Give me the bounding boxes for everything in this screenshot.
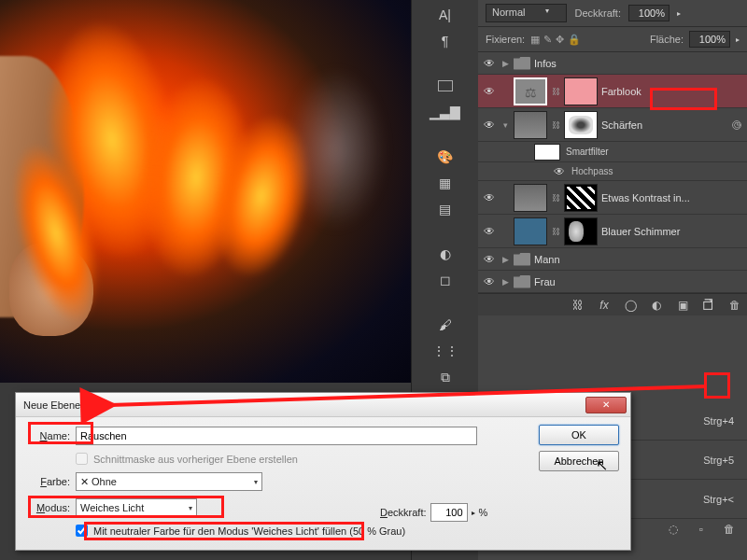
shortcut-label: Strg+4 (703, 415, 734, 427)
histogram-panel-icon[interactable]: ▁▃▇ (434, 102, 457, 122)
name-input[interactable] (76, 427, 477, 445)
hochpass-label: Hochpass (571, 166, 613, 176)
folder-icon (514, 57, 530, 70)
shortcut-label: Strg+< (703, 494, 734, 505)
shortcut-label: Strg+5 (703, 455, 734, 466)
lock-label: Fixieren: (486, 34, 525, 45)
masks-panel-icon[interactable]: ◻ (434, 270, 457, 290)
layer-label: Schärfen (601, 119, 743, 131)
neutral-fill-checkbox[interactable] (76, 525, 88, 537)
opacity-label: Deckkraft: (380, 507, 427, 518)
adjustment-layer-icon[interactable]: ◐ (648, 297, 665, 314)
opacity-input[interactable] (430, 503, 468, 522)
layers-panel: Normal ▾ Deckkraft: 100% ▸ Fixieren: ▦✎✥… (478, 0, 747, 401)
layer-kontrast[interactable]: 👁 ⛓ Etwas Kontrast in... (478, 181, 747, 215)
layer-farblook[interactable]: 👁 ⛓ Farblook (478, 75, 747, 108)
mask-icon[interactable]: ◯ (622, 297, 639, 314)
close-icon[interactable]: ✕ (585, 397, 627, 413)
dialog-titlebar[interactable]: Neue Ebene ✕ (16, 393, 630, 417)
visibility-icon[interactable]: 👁 (553, 165, 566, 178)
layer-thumb[interactable] (514, 184, 547, 212)
blend-mode-select[interactable]: Normal ▾ (486, 4, 567, 22)
layer-group-frau[interactable]: 👁 ▶ Frau (478, 271, 747, 293)
group-label: Mann (534, 254, 743, 265)
ok-button[interactable]: OK (539, 425, 619, 445)
smart-object-icon: ◷ (732, 120, 741, 130)
smart-thumb[interactable] (564, 111, 598, 139)
layer-thumb[interactable] (514, 217, 547, 245)
link-icon[interactable]: ⛓ (551, 87, 560, 96)
visibility-icon[interactable]: 👁 (482, 119, 497, 132)
styles-panel-icon[interactable]: ▤ (434, 199, 457, 219)
adjustment-thumb[interactable] (514, 77, 547, 105)
trash-icon[interactable]: 🗑 (721, 521, 738, 538)
group-icon[interactable]: ▣ (674, 297, 691, 314)
swatches-panel-icon[interactable]: ▦ (434, 173, 457, 193)
layers-panel-footer: ⛓ fx ◯ ◐ ▣ 🗑 (478, 293, 747, 315)
visibility-icon[interactable]: 👁 (482, 57, 497, 70)
opacity-value[interactable]: 100% (628, 5, 669, 21)
layer-group-infos[interactable]: 👁 ▶ Infos (478, 52, 747, 75)
new-icon[interactable]: ▫ (693, 521, 710, 538)
link-icon[interactable]: ⛓ (551, 193, 560, 203)
lock-icons[interactable]: ▦✎✥🔒 (530, 34, 581, 46)
clipmask-checkbox (76, 453, 88, 465)
mask-thumb[interactable] (564, 184, 598, 212)
mask-thumb[interactable] (564, 217, 598, 245)
clone-source-icon[interactable]: ⧉ (434, 367, 457, 387)
visibility-icon[interactable]: 👁 (482, 191, 497, 204)
layer-thumb[interactable] (514, 111, 547, 139)
layer-schaerfen[interactable]: 👁 ▾ ⛓ Schärfen ◷ (478, 108, 747, 142)
mode-select[interactable]: Weiches Licht▾ (76, 498, 197, 517)
color-panel-icon[interactable]: 🎨 (434, 147, 457, 167)
group-label: Frau (534, 276, 743, 287)
hochpass-row[interactable]: 👁 Hochpass (478, 162, 747, 181)
color-label: Farbe: (27, 476, 70, 487)
layer-label: Etwas Kontrast in... (601, 192, 743, 203)
svg-rect-0 (704, 301, 712, 309)
selection-icon[interactable]: ◌ (665, 521, 682, 538)
neutral-fill-label: Mit neutraler Farbe für den Modus 'Weich… (93, 525, 405, 537)
folder-icon (514, 275, 530, 288)
layer-label: Farblook (601, 86, 743, 97)
layer-blauer-schimmer[interactable]: 👁 ⛓ Blauer Schimmer (478, 215, 747, 248)
mode-label: Modus: (27, 502, 70, 513)
paragraph-panel-icon[interactable]: ¶ (434, 31, 457, 51)
brush-panel-icon[interactable]: 🖌 (434, 315, 457, 335)
document-canvas[interactable] (0, 0, 411, 383)
opacity-label: Deckkraft: (574, 7, 621, 19)
brush-presets-icon[interactable]: ⋮⋮ (434, 341, 457, 361)
layer-list: 👁 ▶ Infos 👁 ⛓ Farblook 👁 ▾ ⛓ Schärfen ◷ (478, 52, 747, 293)
clipmask-label: Schnittmaske aus vorheriger Ebene erstel… (93, 454, 298, 465)
visibility-icon[interactable]: 👁 (482, 225, 497, 238)
smartfilter-row[interactable]: Smartfilter (478, 142, 747, 162)
fx-icon[interactable]: fx (596, 297, 613, 314)
layer-group-mann[interactable]: 👁 ▶ Mann (478, 248, 747, 271)
visibility-icon[interactable]: 👁 (482, 253, 497, 266)
new-layer-dialog: Neue Ebene ✕ OK Abbrechen Name: Schnittm… (15, 392, 631, 551)
cancel-button[interactable]: Abbrechen (539, 451, 619, 471)
filter-mask-thumb[interactable] (534, 144, 560, 161)
fill-value[interactable]: 100% (689, 31, 730, 48)
link-layers-icon[interactable]: ⛓ (570, 297, 586, 314)
new-layer-icon[interactable] (700, 297, 717, 314)
delete-layer-icon[interactable]: 🗑 (726, 297, 743, 314)
folder-icon (514, 253, 530, 266)
name-label: Name: (27, 430, 70, 441)
mask-thumb[interactable] (564, 77, 598, 105)
group-label: Infos (534, 58, 743, 69)
character-panel-icon[interactable]: A| (434, 5, 457, 25)
link-icon[interactable]: ⛓ (551, 120, 560, 130)
smartfilter-label: Smartfilter (566, 147, 609, 157)
dialog-title: Neue Ebene (23, 399, 80, 411)
navigator-panel-icon[interactable] (434, 76, 457, 96)
layer-label: Blauer Schimmer (601, 226, 743, 237)
visibility-icon[interactable]: 👁 (482, 275, 497, 288)
adjustments-panel-icon[interactable]: ◐ (434, 244, 457, 264)
visibility-icon[interactable]: 👁 (482, 85, 497, 98)
color-select[interactable]: ✕ Ohne▾ (76, 472, 262, 491)
opacity-unit: % (479, 507, 488, 518)
link-icon[interactable]: ⛓ (551, 227, 560, 236)
fill-label: Fläche: (650, 34, 684, 45)
